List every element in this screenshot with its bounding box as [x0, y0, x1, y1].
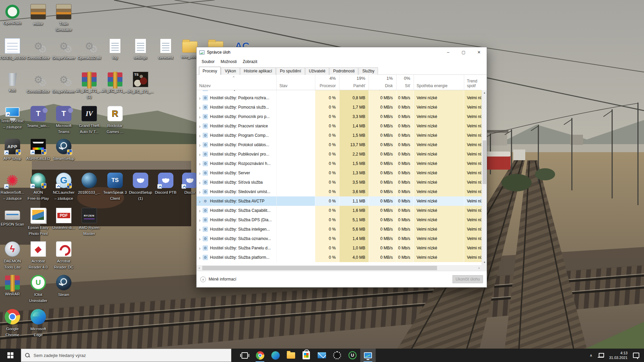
taskbar-taskview-button[interactable]: [237, 349, 252, 362]
process-row[interactable]: › ⚙ Hostitel služby: Server 0 % 1,3 MB 0…: [197, 168, 482, 178]
desktop-icon-epson-scan[interactable]: EPSON Scan: [0, 208, 26, 227]
vertical-scrollbar[interactable]: ▲ ▼: [482, 90, 487, 265]
desktop-icon-consisteditor[interactable]: ⚙ ConsistEditor: [24, 38, 52, 61]
horizontal-scrollbar[interactable]: ‹ ›: [197, 265, 482, 271]
desktop-icon-jr-ec-171[interactable]: JR_EC_171_... (1): [75, 72, 103, 100]
desktop-icon-app-shop[interactable]: APP APP Shop: [0, 139, 26, 161]
desktop-icon-jr-ec-171[interactable]: JR_EC_171_...: [101, 72, 129, 94]
desktop-icon-microsoft[interactable]: T Microsoft Teams: [50, 106, 78, 134]
expand-chevron-icon[interactable]: ›: [199, 227, 201, 232]
tab[interactable]: Procesy: [199, 67, 221, 75]
desktop-icon-train[interactable]: Train Simulator: [50, 4, 78, 33]
expand-chevron-icon[interactable]: ›: [199, 218, 201, 223]
desktop-icon-ko[interactable]: Koš: [0, 72, 26, 93]
maximize-button[interactable]: ▢: [456, 47, 471, 57]
scroll-right-icon[interactable]: ›: [476, 265, 482, 271]
process-row[interactable]: › ⚙ Hostitel služby: Pomocná služb... 0 …: [197, 103, 482, 112]
desktop-icon-jr-ec-171[interactable]: TS JR_EC_171_...: [126, 72, 155, 94]
desktop-icon-openrails[interactable]: OpenRails: [0, 4, 26, 26]
network-icon[interactable]: [598, 353, 604, 358]
desktop-icon-tento-po-ta[interactable]: Tento počítač – zástupce: [0, 106, 26, 130]
column-disk[interactable]: 1% Disk: [369, 75, 396, 90]
expand-chevron-icon[interactable]: ›: [199, 152, 201, 157]
column-header[interactable]: ^ Název Stav 4% Procesor 19% Paměť 1% Di…: [197, 75, 482, 90]
start-button[interactable]: [0, 349, 21, 362]
desktop-icon-amd-ryzen[interactable]: RYZEN AMD Ryzen Master: [75, 208, 103, 236]
column-name[interactable]: ^ Název: [197, 75, 276, 90]
process-row[interactable]: › ⚙ Hostitel služby: Služba Panelu d... …: [197, 243, 482, 253]
desktop-icon-20180103[interactable]: 20180103_...: [75, 173, 103, 195]
tab[interactable]: Historie aplikací: [240, 67, 276, 75]
expand-chevron-icon[interactable]: ›: [199, 255, 201, 260]
process-row[interactable]: › ⚙ Hostitel služby: Síťová služba 0 % 3…: [197, 178, 482, 187]
desktop-icon-radeonsoft[interactable]: ✺ RadeonSoft... – zástupce: [0, 173, 26, 201]
desktop-icon-teams-win[interactable]: T Teams_win...: [24, 106, 52, 128]
desktop-icon-steam[interactable]: Steam: [50, 275, 78, 297]
desktop-icon-consisteditor[interactable]: ⚙ ConsistEditor: [24, 72, 52, 94]
menu-item[interactable]: Zobrazit: [240, 59, 260, 64]
tab[interactable]: Uživatelé: [305, 67, 329, 75]
process-row[interactable]: › ⚙ Hostitel služby: Služba inteligen...…: [197, 225, 482, 234]
desktop-icon-rockstar[interactable]: R Rockstar Games ...: [101, 106, 129, 134]
process-row[interactable]: › ⚙ Hostitel služby: Publikování pro... …: [197, 149, 482, 159]
taskbar-search-input[interactable]: Sem zadejte hledaný výraz: [21, 349, 231, 362]
desktop-icon-settings[interactable]: settings: [126, 38, 155, 60]
column-status[interactable]: Stav: [276, 75, 315, 90]
taskbar-explorer-button[interactable]: [283, 349, 299, 362]
expand-chevron-icon[interactable]: ›: [199, 114, 201, 119]
process-row[interactable]: › ⚙ Hostitel služby: Program Comp... 0 %…: [197, 131, 482, 140]
column-network[interactable]: 0% Síť: [396, 75, 414, 90]
expand-chevron-icon[interactable]: ›: [199, 96, 201, 101]
horizontal-scroll-thumb[interactable]: [202, 266, 437, 270]
expand-chevron-icon[interactable]: ›: [199, 189, 201, 194]
menu-item[interactable]: Soubor: [199, 59, 218, 64]
process-row[interactable]: › ⚙ Hostitel služby: Služba oznamov... 0…: [197, 234, 482, 243]
desktop-icon-openal32-dll[interactable]: ⚙ OpenAL32.dll: [75, 38, 103, 61]
taskbar-edge-button[interactable]: [268, 349, 283, 362]
expand-chevron-icon[interactable]: ›: [199, 90, 201, 91]
process-row[interactable]: › ⚙ Hostitel služby: Sledování umíst... …: [197, 187, 482, 196]
column-power[interactable]: Spotřeba energie: [414, 75, 464, 90]
expand-chevron-icon[interactable]: ›: [199, 161, 201, 166]
scroll-left-icon[interactable]: ‹: [197, 265, 202, 271]
column-memory[interactable]: 19% Paměť: [339, 75, 369, 90]
scroll-down-icon[interactable]: ▼: [482, 260, 487, 265]
expand-chevron-icon[interactable]: ›: [199, 236, 201, 241]
desktop-icon-log[interactable]: log: [101, 38, 129, 60]
process-row[interactable]: › ⚙ Hostitel služby: Služba Capabilit...…: [197, 206, 482, 215]
taskbar-iobit-button[interactable]: U: [345, 349, 360, 362]
desktop-icon-acrobat[interactable]: Acrobat Reader DC: [50, 241, 78, 270]
taskbar-mail-button[interactable]: [314, 349, 329, 362]
desktop-icon-shapeviewer[interactable]: ⚙ ShapeViewer: [50, 38, 78, 61]
process-row[interactable]: › ⚙ Hostitel služby: Plánovač úloh 0 % 3…: [197, 90, 482, 93]
desktop-icon-daemon[interactable]: ϟ DAEMON Tools Lite: [0, 241, 26, 270]
desktop-icon-discordsetup[interactable]: DiscordSetup (1): [126, 173, 155, 201]
desktop-icon-steamsetup[interactable]: SteamSetup: [50, 139, 78, 161]
desktop-icon-editor[interactable]: editor: [24, 4, 52, 26]
desktop-icon-acrobat[interactable]: ◆ Acrobat Reader 4.0: [24, 241, 52, 270]
expand-chevron-icon[interactable]: ›: [199, 133, 201, 138]
process-row[interactable]: › ⚙ Hostitel služby: Pomocník pro p... 0…: [197, 112, 482, 121]
column-power-trend[interactable]: Trend spotř: [464, 75, 482, 90]
process-row[interactable]: › ⚙ Hostitel služby: Služba platform... …: [197, 253, 482, 262]
desktop-icon-shapeviewer[interactable]: ⚙ ShapeViewer: [50, 72, 78, 94]
desktop-icon-tsre5-v0-699[interactable]: TSRE5_v0.699: [0, 38, 26, 61]
process-row[interactable]: › ⚙ Hostitel služby: Podpora rozhra... 0…: [197, 93, 482, 103]
desktop-icon-asrrgbled[interactable]: ASRRGBLED: [24, 139, 52, 161]
desktop-icon-iobit[interactable]: U IObit Uninstaller: [24, 275, 52, 303]
scroll-up-icon[interactable]: ▲: [482, 90, 487, 96]
expand-chevron-icon[interactable]: ›: [199, 142, 201, 147]
expand-chevron-icon[interactable]: ›: [199, 124, 201, 129]
desktop-icon-grand-theft[interactable]: IV Grand Theft Auto IV T...: [75, 106, 103, 134]
fewer-details-toggle[interactable]: ∧ Méně informací: [200, 277, 236, 282]
expand-chevron-icon[interactable]: ›: [199, 105, 201, 110]
desktop-icon-uvoln-n-di[interactable]: PDF Uvolnění-di...: [50, 208, 78, 230]
expand-chevron-icon[interactable]: ›: [199, 246, 201, 251]
desktop-icon-teamspeak-3[interactable]: TS TeamSpeak 3 Client: [101, 173, 129, 201]
tab[interactable]: Výkon: [221, 67, 239, 75]
expand-chevron-icon[interactable]: ›: [199, 199, 201, 204]
desktop-icon-aion[interactable]: AION Free-to-Play: [24, 173, 52, 201]
desktop-icon-epson-easy[interactable]: Epson Easy Photo Print: [24, 208, 52, 236]
taskbar-taskmgr-button[interactable]: [360, 349, 376, 362]
desktop-icon-nclauncher[interactable]: G NCLauncher – zástupce: [50, 173, 78, 201]
